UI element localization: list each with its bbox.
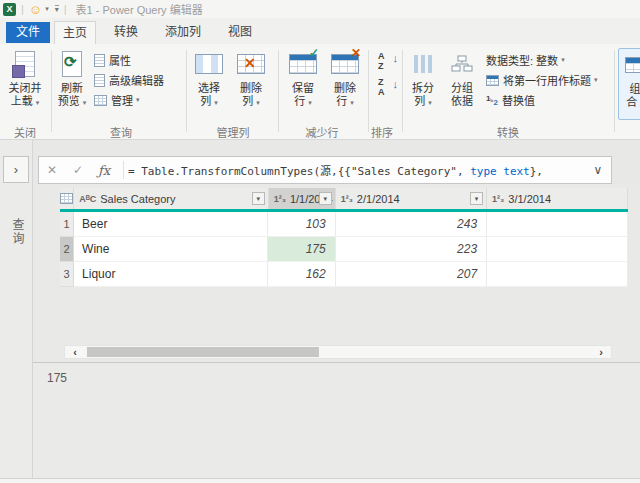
combine-icon: + bbox=[619, 49, 640, 81]
first-row-header-label: 将第一行用作标题 bbox=[503, 72, 591, 88]
sort-ascending-button[interactable]: AZ↓ bbox=[376, 52, 398, 72]
table-icon bbox=[60, 193, 73, 204]
number-type-icon: 1²₃ bbox=[492, 194, 504, 204]
formula-accept-button[interactable]: ✓ bbox=[65, 163, 91, 177]
replace-values-label: 替换值 bbox=[502, 92, 535, 108]
properties-button[interactable]: 属性 bbox=[94, 51, 131, 69]
row-number-selected[interactable]: 2 bbox=[60, 237, 74, 262]
replace-values-button[interactable]: 1↘2 替换值 bbox=[486, 91, 535, 109]
grid-corner-button[interactable] bbox=[60, 188, 74, 209]
group-by-label-1: 分组 bbox=[443, 82, 481, 95]
fx-icon: ƒx bbox=[91, 163, 117, 178]
cell-category[interactable]: Wine bbox=[74, 237, 268, 262]
use-first-row-as-headers-button[interactable]: 将第一行用作标题 ▾ bbox=[486, 71, 598, 89]
remove-rows-button[interactable]: ✕ 删除 行▾ bbox=[326, 48, 364, 120]
filter-dropdown-icon[interactable]: ▾ bbox=[252, 192, 265, 205]
tab-view[interactable]: 视图 bbox=[220, 21, 260, 44]
tab-transform[interactable]: 转换 bbox=[106, 21, 146, 44]
titlebar-separator-2: | bbox=[64, 3, 67, 15]
column-header-mar[interactable]: 1²₃ 3/1/2014 bbox=[487, 188, 628, 209]
manage-button[interactable]: 管理 ▾ bbox=[94, 91, 140, 109]
cell-jan[interactable]: 162 bbox=[268, 262, 336, 287]
group-by-icon bbox=[443, 48, 481, 80]
refresh-label-2: 预览▾ bbox=[54, 95, 90, 109]
table-row: 2 Wine 175 223 bbox=[60, 237, 628, 262]
column-header-sales-category[interactable]: AᴮC Sales Category ▾ bbox=[74, 188, 269, 209]
smiley-feedback-icon[interactable]: ☺ bbox=[29, 3, 42, 16]
tab-add-column[interactable]: 添加列 bbox=[156, 21, 210, 44]
advanced-editor-button[interactable]: 高级编辑器 bbox=[94, 71, 164, 89]
column-name: Sales Category bbox=[100, 193, 175, 205]
data-type-label: 数据类型: 整数 bbox=[486, 52, 558, 68]
titlebar: X | ☺ ▾ ▾ | 表1 - Power Query 编辑器 bbox=[0, 0, 640, 18]
refresh-label-1: 刷新 bbox=[54, 82, 90, 95]
filter-dropdown-icon[interactable]: ▾ bbox=[319, 192, 332, 205]
queries-pane-expand-button[interactable]: › bbox=[3, 156, 29, 183]
data-type-button[interactable]: 数据类型: 整数 ▾ bbox=[486, 51, 565, 69]
cell-mar[interactable] bbox=[487, 262, 628, 287]
text-type-icon: AᴮC bbox=[79, 194, 96, 204]
split-column-button[interactable]: 拆分 列▾ bbox=[405, 48, 441, 120]
sort-descending-button[interactable]: ZA↓ bbox=[376, 78, 398, 98]
scroll-right-arrow[interactable]: › bbox=[593, 346, 609, 358]
remove-columns-button[interactable]: ✕ 删除 列▾ bbox=[232, 48, 270, 120]
power-query-editor-window: X | ☺ ▾ ▾ | 表1 - Power Query 编辑器 文件 主页 转… bbox=[0, 0, 640, 483]
formula-expand-button[interactable]: ∨ bbox=[585, 163, 611, 177]
cell-category[interactable]: Beer bbox=[74, 212, 268, 237]
column-header-jan[interactable]: 1²₃ 1/1/2014 ▾ bbox=[269, 188, 336, 209]
manage-label: 管理 bbox=[111, 92, 133, 108]
quick-access-toolbar-more-icon[interactable]: ▾ bbox=[55, 5, 59, 13]
cell-jan-selected[interactable]: 175 bbox=[268, 237, 336, 262]
scroll-left-arrow[interactable]: ‹ bbox=[67, 346, 83, 358]
selected-cell-value: 175 bbox=[47, 371, 67, 385]
group-by-button[interactable]: 分组 依据 bbox=[443, 48, 481, 120]
advanced-editor-label: 高级编辑器 bbox=[109, 72, 164, 88]
group-label-sort: 排序 bbox=[360, 124, 404, 140]
row-number[interactable]: 3 bbox=[60, 262, 74, 287]
manage-icon bbox=[94, 95, 107, 106]
formula-bar[interactable]: ✕ ✓ ƒx = Table.TransformColumnTypes(源,{{… bbox=[38, 156, 612, 184]
close-and-load-button[interactable]: 关闭并 上载▾ bbox=[3, 48, 47, 120]
cell-feb[interactable]: 243 bbox=[336, 212, 487, 237]
group-label-reduce-rows: 减少行 bbox=[280, 124, 364, 140]
formula-input[interactable]: = Table.TransformColumnTypes(源,{{"Sales … bbox=[128, 162, 585, 178]
close-and-load-icon bbox=[3, 48, 47, 80]
cell-feb[interactable]: 207 bbox=[336, 262, 487, 287]
filter-dropdown-icon[interactable]: ▾ bbox=[470, 192, 483, 205]
tab-home[interactable]: 主页 bbox=[54, 21, 96, 44]
choose-columns-icon bbox=[190, 48, 228, 80]
group-by-label-2: 依据 bbox=[443, 95, 481, 108]
row-number[interactable]: 1 bbox=[60, 212, 74, 237]
split-column-label-1: 拆分 bbox=[405, 82, 441, 95]
smiley-dropdown-caret[interactable]: ▾ bbox=[45, 5, 49, 13]
cell-feb[interactable]: 223 bbox=[336, 237, 487, 262]
scrollbar-thumb[interactable] bbox=[87, 347, 319, 357]
combine-button[interactable]: + 组 合▾ bbox=[618, 48, 640, 120]
choose-columns-label-2: 列▾ bbox=[190, 95, 228, 109]
horizontal-scrollbar[interactable]: ‹ › bbox=[64, 345, 612, 359]
remove-rows-icon: ✕ bbox=[326, 48, 364, 80]
refresh-preview-button[interactable]: ⟳ 刷新 预览▾ bbox=[54, 48, 90, 120]
table-row: 3 Liquor 162 207 bbox=[60, 262, 628, 287]
cell-jan[interactable]: 103 bbox=[268, 212, 336, 237]
replace-values-icon: 1↘2 bbox=[486, 94, 498, 107]
formula-cancel-button[interactable]: ✕ bbox=[39, 163, 65, 177]
remove-rows-label-2: 行▾ bbox=[326, 95, 364, 109]
keep-rows-button[interactable]: ✓ 保留 行▾ bbox=[284, 48, 322, 120]
close-and-load-label-1: 关闭并 bbox=[3, 82, 47, 95]
queries-pane-label: 查询 bbox=[9, 218, 26, 246]
tab-file[interactable]: 文件 bbox=[6, 22, 50, 43]
column-header-feb[interactable]: 1²₃ 2/1/2014 ▾ bbox=[336, 188, 487, 209]
close-and-load-label-2: 上载▾ bbox=[3, 95, 47, 109]
split-column-icon bbox=[405, 48, 441, 80]
excel-app-icon[interactable]: X bbox=[3, 3, 16, 16]
first-row-header-caret: ▾ bbox=[594, 76, 598, 84]
split-column-label-2: 列▾ bbox=[405, 95, 441, 109]
cell-mar[interactable] bbox=[487, 237, 628, 262]
choose-columns-button[interactable]: 选择 列▾ bbox=[190, 48, 228, 120]
group-label-transform: 转换 bbox=[404, 124, 612, 140]
number-type-icon: 1²₃ bbox=[341, 194, 353, 204]
data-preview-region: AᴮC Sales Category ▾ 1²₃ 1/1/2014 ▾ 1²₃ … bbox=[33, 184, 640, 362]
cell-mar[interactable] bbox=[487, 212, 628, 237]
cell-category[interactable]: Liquor bbox=[74, 262, 268, 287]
